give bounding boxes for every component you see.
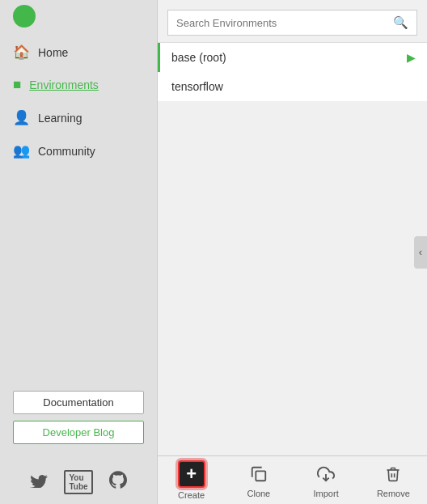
sidebar-item-community[interactable]: 👥 Community bbox=[0, 134, 157, 167]
youtube-icon[interactable]: YouTube bbox=[64, 470, 92, 494]
sidebar-item-environments-label: Environments bbox=[29, 78, 99, 91]
clone-label: Clone bbox=[247, 489, 271, 498]
env-item-tensorflow[interactable]: tensorflow bbox=[158, 72, 427, 101]
remove-label: Remove bbox=[377, 489, 410, 498]
search-icon: 🔍 bbox=[393, 15, 408, 30]
remove-button[interactable]: Remove bbox=[360, 457, 427, 503]
community-icon: 👥 bbox=[13, 142, 30, 159]
logo-icon bbox=[13, 5, 36, 28]
sidebar-item-learning[interactable]: 👤 Learning bbox=[0, 101, 157, 134]
developer-blog-button[interactable]: Developer Blog bbox=[13, 421, 144, 444]
env-item-tensorflow-label: tensorflow bbox=[171, 80, 223, 93]
twitter-icon[interactable] bbox=[30, 472, 48, 493]
logo-area bbox=[0, 0, 157, 32]
home-icon: 🏠 bbox=[13, 44, 30, 61]
create-icon: + bbox=[178, 460, 205, 488]
create-label: Create bbox=[178, 490, 205, 500]
toolbar: + Create Clone Import bbox=[158, 455, 427, 504]
sidebar-item-community-label: Community bbox=[38, 145, 95, 158]
import-label: Import bbox=[314, 489, 339, 498]
clone-icon bbox=[247, 462, 271, 486]
social-links: YouTube bbox=[0, 464, 157, 504]
search-input[interactable] bbox=[176, 17, 393, 29]
environments-list: base (root) ▶ tensorflow bbox=[158, 42, 427, 101]
import-icon bbox=[314, 462, 338, 486]
sidebar: 🏠 Home ■ Environments 👤 Learning 👥 Commu… bbox=[0, 0, 158, 504]
import-button[interactable]: Import bbox=[293, 457, 360, 503]
sidebar-item-home-label: Home bbox=[38, 46, 68, 59]
learning-icon: 👤 bbox=[13, 109, 30, 126]
sidebar-item-environments[interactable]: ■ Environments bbox=[0, 69, 157, 101]
sidebar-item-home[interactable]: 🏠 Home bbox=[0, 36, 157, 69]
documentation-button[interactable]: Documentation bbox=[13, 391, 144, 414]
chevron-left-icon: ‹ bbox=[419, 246, 422, 258]
sidebar-item-learning-label: Learning bbox=[38, 112, 82, 125]
search-area: 🔍 bbox=[158, 0, 427, 36]
remove-icon bbox=[381, 462, 405, 486]
env-item-base-label: base (root) bbox=[171, 51, 226, 64]
svg-rect-0 bbox=[256, 471, 265, 481]
main-panel: 🔍 base (root) ▶ tensorflow ‹ + Create bbox=[158, 0, 427, 504]
collapse-handle[interactable]: ‹ bbox=[414, 236, 427, 269]
search-bar: 🔍 bbox=[167, 10, 417, 36]
sidebar-nav: 🏠 Home ■ Environments 👤 Learning 👥 Commu… bbox=[0, 32, 157, 378]
create-button[interactable]: + Create bbox=[158, 455, 225, 504]
env-icon: ■ bbox=[13, 77, 21, 93]
clone-button[interactable]: Clone bbox=[225, 457, 292, 503]
env-item-base[interactable]: base (root) ▶ bbox=[158, 43, 427, 72]
github-icon[interactable] bbox=[109, 471, 127, 493]
sidebar-bottom: Documentation Developer Blog bbox=[0, 378, 157, 457]
env-play-icon: ▶ bbox=[407, 51, 416, 64]
